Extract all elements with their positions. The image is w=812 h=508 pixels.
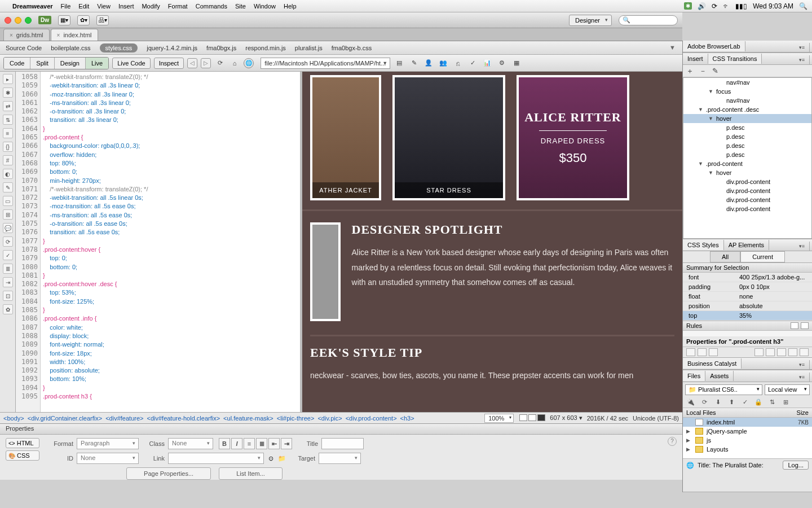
tool-icon[interactable]: ▭ bbox=[3, 196, 13, 206]
tree-row[interactable]: ▼focus bbox=[683, 87, 811, 96]
help-icon[interactable]: ? bbox=[668, 437, 677, 446]
related-file[interactable]: Source Code bbox=[6, 45, 42, 51]
css-icon[interactable] bbox=[709, 348, 718, 356]
related-file[interactable]: jquery-1.4.2.min.js bbox=[147, 45, 197, 51]
evernote-icon[interactable]: ✱ bbox=[684, 2, 692, 10]
refresh-icon[interactable]: ⟳ bbox=[700, 398, 709, 406]
file-row[interactable]: ▶Layouts bbox=[683, 445, 812, 454]
connect-icon[interactable]: 🔌 bbox=[686, 398, 695, 406]
close-icon[interactable]: × bbox=[10, 32, 13, 38]
remove-transition-icon[interactable]: － bbox=[699, 66, 707, 76]
css-icon[interactable] bbox=[754, 348, 764, 356]
tool-icon[interactable]: ⊡ bbox=[3, 291, 13, 301]
menu-insert[interactable]: Insert bbox=[118, 3, 134, 10]
tool-icon[interactable]: ▸ bbox=[3, 74, 13, 84]
rule-icon[interactable] bbox=[791, 322, 798, 329]
tree-row[interactable]: p.desc bbox=[683, 123, 811, 132]
site-icon[interactable]: 品▾ bbox=[96, 15, 109, 25]
wifi-icon[interactable]: ᯤ bbox=[723, 2, 730, 10]
transitions-tree[interactable]: nav#nav▼focusnav#nav▼.prod-content .desc… bbox=[683, 77, 812, 239]
menu-edit[interactable]: Edit bbox=[78, 3, 89, 10]
panel-tab[interactable]: Business Catalyst bbox=[683, 358, 742, 369]
tool-icon[interactable]: 💬 bbox=[3, 223, 13, 233]
id-select[interactable]: None bbox=[77, 453, 139, 464]
inspect-button[interactable]: Inspect bbox=[154, 58, 184, 69]
css-mode-all[interactable]: All bbox=[710, 251, 740, 262]
tool-icon[interactable]: ✿ bbox=[3, 304, 13, 314]
tag-path-item[interactable]: <div.gridContainer.clearfix> bbox=[28, 415, 102, 422]
toolbar-icon[interactable]: 👥 bbox=[438, 58, 449, 69]
format-select[interactable]: Paragraph bbox=[77, 438, 139, 449]
toolbar-icon[interactable]: ⎌ bbox=[452, 58, 464, 69]
sync-icon[interactable]: ⇅ bbox=[767, 398, 776, 406]
menu-format[interactable]: Format bbox=[168, 3, 188, 10]
home-icon[interactable]: ⌂ bbox=[229, 58, 240, 69]
panel-tab-csstransitions[interactable]: CSS Transitions bbox=[708, 54, 762, 64]
panel-menu-icon[interactable]: ▾≡ bbox=[795, 43, 810, 52]
indent-button[interactable]: ⇥ bbox=[281, 438, 292, 449]
toolbar-icon[interactable]: ✎ bbox=[408, 58, 420, 69]
back-icon[interactable]: ◁ bbox=[187, 58, 197, 68]
target-select[interactable] bbox=[319, 453, 361, 464]
volume-icon[interactable]: 🔊 bbox=[698, 2, 706, 10]
tag-path-item[interactable]: <body> bbox=[3, 415, 24, 422]
related-file[interactable]: boilerplate.css bbox=[51, 45, 90, 51]
code-content[interactable]: /*-webkit-transform: translateZ(0); */ -… bbox=[41, 72, 300, 412]
close-window-button[interactable] bbox=[5, 17, 11, 24]
panel-menu-icon[interactable]: ▾≡ bbox=[795, 373, 810, 382]
toolbar-icon[interactable]: 📊 bbox=[482, 58, 493, 69]
battery-icon[interactable]: ▮▮▯ bbox=[735, 2, 747, 10]
sync-icon[interactable]: ⟳ bbox=[712, 2, 717, 10]
put-icon[interactable]: ⬆ bbox=[727, 398, 736, 406]
summary-row[interactable]: font400 25px/1.3 adobe-g... bbox=[683, 273, 812, 282]
list-item-button[interactable]: List Item... bbox=[219, 467, 283, 480]
tool-icon[interactable]: ✱ bbox=[3, 87, 13, 98]
tree-row[interactable]: ▼hover bbox=[683, 114, 811, 123]
new-transition-icon[interactable]: ＋ bbox=[686, 66, 694, 76]
panel-tab-apelements[interactable]: AP Elements bbox=[724, 240, 769, 250]
related-file[interactable]: fma0bgx.js bbox=[206, 45, 236, 51]
panel-menu-icon[interactable]: ▾≡ bbox=[795, 55, 810, 64]
expand-icon[interactable]: ⊞ bbox=[781, 398, 790, 406]
panel-tab-files[interactable]: Files bbox=[683, 371, 705, 381]
search-input[interactable]: 🔍 bbox=[619, 15, 678, 25]
file-row[interactable]: ▶js bbox=[683, 436, 812, 445]
layout-icon[interactable]: ▦▾ bbox=[58, 15, 70, 25]
address-bar[interactable]: file:///Macintosh HD/Applications/MAMP/h… bbox=[261, 58, 390, 69]
checkin-icon[interactable]: 🔒 bbox=[754, 398, 763, 406]
tree-row[interactable]: nav#nav bbox=[683, 96, 811, 105]
view-icons[interactable] bbox=[518, 414, 545, 422]
link-input[interactable] bbox=[168, 453, 264, 464]
toolbar-icon[interactable]: ▤ bbox=[394, 58, 405, 69]
menu-window[interactable]: Window bbox=[254, 3, 276, 10]
tag-path-item[interactable]: <div#feature-hold.clearfix> bbox=[147, 415, 220, 422]
css-icon[interactable] bbox=[788, 348, 797, 356]
tree-row[interactable]: p.desc bbox=[683, 150, 811, 159]
toolbar-icon[interactable]: ▦ bbox=[511, 58, 522, 69]
trash-icon[interactable] bbox=[800, 348, 809, 356]
workspace-switcher[interactable]: Designer bbox=[569, 15, 612, 26]
col-localfiles[interactable]: Local Files bbox=[686, 409, 797, 416]
tool-icon[interactable]: ≡ bbox=[3, 128, 13, 138]
tab-grids[interactable]: ×grids.html bbox=[3, 29, 50, 41]
outdent-button[interactable]: ⇤ bbox=[268, 438, 280, 449]
site-select[interactable]: 📁 Pluralist CS6.. bbox=[685, 384, 762, 395]
tool-icon[interactable]: ⇅ bbox=[3, 115, 13, 125]
ul-button[interactable]: ≡ bbox=[244, 438, 255, 449]
css-icon[interactable] bbox=[686, 348, 695, 356]
tag-path-item[interactable]: <ul.feature-mask> bbox=[223, 415, 273, 422]
tool-icon[interactable]: ✎ bbox=[3, 182, 13, 192]
tag-path-item[interactable]: <div#feature> bbox=[105, 415, 143, 422]
live-code-button[interactable]: Live Code bbox=[112, 58, 151, 69]
zoom-window-button[interactable] bbox=[25, 17, 32, 24]
code-editor[interactable]: 1058 1059 1060 1061 1062 1063 1064 1065 … bbox=[16, 72, 302, 412]
tool-icon[interactable]: {} bbox=[3, 142, 13, 152]
css-mode-current[interactable]: Current bbox=[740, 251, 785, 262]
mode-live[interactable]: Live bbox=[86, 58, 108, 69]
mode-code[interactable]: Code bbox=[4, 58, 30, 69]
file-tree[interactable]: index.html7KB▶jQuery-sample▶js▶Layouts bbox=[683, 418, 812, 458]
summary-row[interactable]: floatnone bbox=[683, 292, 812, 301]
tree-row[interactable]: nav#nav bbox=[683, 78, 811, 87]
css-icon[interactable] bbox=[698, 348, 707, 356]
css-icon[interactable] bbox=[777, 348, 786, 356]
